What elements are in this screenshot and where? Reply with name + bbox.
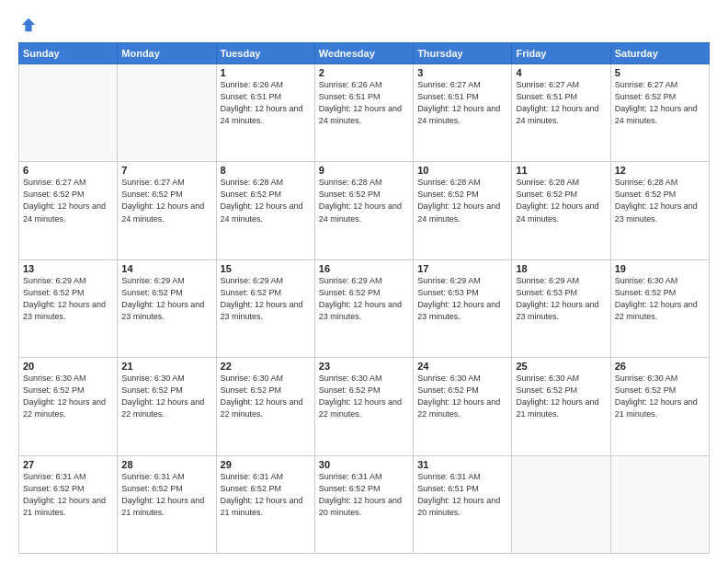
day-number: 14	[121, 263, 211, 274]
day-number: 26	[615, 361, 705, 372]
calendar-cell: 25Sunrise: 6:30 AM Sunset: 6:52 PM Dayli…	[512, 358, 610, 455]
day-number: 22	[221, 361, 311, 372]
calendar-cell: 3Sunrise: 6:27 AM Sunset: 6:51 PM Daylig…	[414, 64, 512, 162]
day-info: Sunrise: 6:28 AM Sunset: 6:52 PM Dayligh…	[615, 177, 705, 224]
calendar-cell: 17Sunrise: 6:29 AM Sunset: 6:53 PM Dayli…	[414, 259, 512, 357]
day-number: 12	[615, 165, 705, 176]
calendar-cell: 27Sunrise: 6:31 AM Sunset: 6:52 PM Dayli…	[19, 455, 118, 553]
calendar-header-thursday: Thursday	[414, 43, 512, 64]
calendar-cell: 2Sunrise: 6:26 AM Sunset: 6:51 PM Daylig…	[314, 64, 413, 162]
day-number: 6	[23, 165, 113, 176]
day-number: 9	[319, 165, 409, 176]
calendar-header-sunday: Sunday	[19, 43, 118, 64]
day-info: Sunrise: 6:29 AM Sunset: 6:52 PM Dayligh…	[121, 275, 211, 323]
day-info: Sunrise: 6:29 AM Sunset: 6:53 PM Dayligh…	[516, 275, 606, 323]
calendar-week-2: 6Sunrise: 6:27 AM Sunset: 6:52 PM Daylig…	[19, 162, 710, 259]
calendar-cell: 14Sunrise: 6:29 AM Sunset: 6:52 PM Dayli…	[118, 259, 216, 357]
logo	[18, 17, 37, 33]
calendar-cell: 12Sunrise: 6:28 AM Sunset: 6:52 PM Dayli…	[610, 162, 709, 259]
day-number: 16	[319, 263, 409, 274]
day-info: Sunrise: 6:27 AM Sunset: 6:52 PM Dayligh…	[121, 177, 211, 224]
day-info: Sunrise: 6:29 AM Sunset: 6:52 PM Dayligh…	[23, 275, 113, 323]
day-number: 13	[23, 263, 113, 274]
day-info: Sunrise: 6:31 AM Sunset: 6:51 PM Dayligh…	[417, 471, 507, 519]
calendar-header-wednesday: Wednesday	[314, 43, 413, 64]
day-number: 2	[319, 67, 409, 78]
day-number: 27	[23, 459, 113, 470]
calendar-cell: 10Sunrise: 6:28 AM Sunset: 6:52 PM Dayli…	[414, 162, 512, 259]
day-info: Sunrise: 6:30 AM Sunset: 6:52 PM Dayligh…	[319, 373, 409, 420]
calendar-cell: 28Sunrise: 6:31 AM Sunset: 6:52 PM Dayli…	[118, 455, 216, 553]
day-info: Sunrise: 6:27 AM Sunset: 6:52 PM Dayligh…	[615, 79, 705, 127]
day-info: Sunrise: 6:31 AM Sunset: 6:52 PM Dayligh…	[319, 471, 409, 519]
day-number: 18	[516, 263, 606, 274]
calendar-cell: 6Sunrise: 6:27 AM Sunset: 6:52 PM Daylig…	[19, 162, 118, 259]
logo-icon	[20, 17, 37, 33]
day-info: Sunrise: 6:28 AM Sunset: 6:52 PM Dayligh…	[221, 177, 311, 224]
calendar-header-row: SundayMondayTuesdayWednesdayThursdayFrid…	[19, 43, 710, 64]
day-number: 28	[121, 459, 211, 470]
day-number: 20	[23, 361, 113, 372]
day-number: 24	[417, 361, 507, 372]
day-number: 4	[516, 67, 606, 78]
day-number: 30	[319, 459, 409, 470]
day-info: Sunrise: 6:27 AM Sunset: 6:52 PM Dayligh…	[23, 177, 113, 224]
calendar-cell: 31Sunrise: 6:31 AM Sunset: 6:51 PM Dayli…	[414, 455, 512, 553]
day-info: Sunrise: 6:31 AM Sunset: 6:52 PM Dayligh…	[121, 471, 211, 519]
day-info: Sunrise: 6:31 AM Sunset: 6:52 PM Dayligh…	[221, 471, 311, 519]
day-info: Sunrise: 6:27 AM Sunset: 6:51 PM Dayligh…	[516, 79, 606, 127]
calendar-cell: 23Sunrise: 6:30 AM Sunset: 6:52 PM Dayli…	[314, 358, 413, 455]
calendar-cell: 11Sunrise: 6:28 AM Sunset: 6:52 PM Dayli…	[512, 162, 610, 259]
day-number: 5	[615, 67, 705, 78]
day-number: 25	[516, 361, 606, 372]
calendar-cell	[610, 455, 709, 553]
calendar-week-5: 27Sunrise: 6:31 AM Sunset: 6:52 PM Dayli…	[19, 455, 710, 553]
calendar-cell: 7Sunrise: 6:27 AM Sunset: 6:52 PM Daylig…	[118, 162, 216, 259]
day-info: Sunrise: 6:29 AM Sunset: 6:52 PM Dayligh…	[319, 275, 409, 323]
day-info: Sunrise: 6:26 AM Sunset: 6:51 PM Dayligh…	[319, 79, 409, 127]
calendar-week-4: 20Sunrise: 6:30 AM Sunset: 6:52 PM Dayli…	[19, 358, 710, 455]
calendar-cell: 24Sunrise: 6:30 AM Sunset: 6:52 PM Dayli…	[414, 358, 512, 455]
calendar-cell: 26Sunrise: 6:30 AM Sunset: 6:52 PM Dayli…	[610, 358, 709, 455]
day-info: Sunrise: 6:28 AM Sunset: 6:52 PM Dayligh…	[516, 177, 606, 224]
calendar-cell: 8Sunrise: 6:28 AM Sunset: 6:52 PM Daylig…	[216, 162, 314, 259]
calendar-cell	[19, 64, 118, 162]
calendar-cell: 1Sunrise: 6:26 AM Sunset: 6:51 PM Daylig…	[216, 64, 314, 162]
calendar-cell: 9Sunrise: 6:28 AM Sunset: 6:52 PM Daylig…	[314, 162, 413, 259]
calendar-cell: 29Sunrise: 6:31 AM Sunset: 6:52 PM Dayli…	[216, 455, 314, 553]
calendar-cell: 13Sunrise: 6:29 AM Sunset: 6:52 PM Dayli…	[19, 259, 118, 357]
calendar-header-monday: Monday	[118, 43, 216, 64]
day-info: Sunrise: 6:29 AM Sunset: 6:53 PM Dayligh…	[417, 275, 507, 323]
day-number: 11	[516, 165, 606, 176]
calendar-week-3: 13Sunrise: 6:29 AM Sunset: 6:52 PM Dayli…	[19, 259, 710, 357]
day-number: 23	[319, 361, 409, 372]
day-info: Sunrise: 6:30 AM Sunset: 6:52 PM Dayligh…	[121, 373, 211, 420]
day-info: Sunrise: 6:28 AM Sunset: 6:52 PM Dayligh…	[319, 177, 409, 224]
day-number: 8	[221, 165, 311, 176]
calendar-cell: 20Sunrise: 6:30 AM Sunset: 6:52 PM Dayli…	[19, 358, 118, 455]
day-number: 17	[417, 263, 507, 274]
calendar-header-saturday: Saturday	[610, 43, 709, 64]
day-info: Sunrise: 6:30 AM Sunset: 6:52 PM Dayligh…	[23, 373, 113, 420]
day-number: 7	[121, 165, 211, 176]
calendar-cell: 15Sunrise: 6:29 AM Sunset: 6:52 PM Dayli…	[216, 259, 314, 357]
page: SundayMondayTuesdayWednesdayThursdayFrid…	[0, 0, 728, 563]
calendar-cell: 16Sunrise: 6:29 AM Sunset: 6:52 PM Dayli…	[314, 259, 413, 357]
calendar-header-friday: Friday	[512, 43, 610, 64]
calendar-cell: 5Sunrise: 6:27 AM Sunset: 6:52 PM Daylig…	[610, 64, 709, 162]
calendar-cell: 19Sunrise: 6:30 AM Sunset: 6:52 PM Dayli…	[610, 259, 709, 357]
calendar-cell: 22Sunrise: 6:30 AM Sunset: 6:52 PM Dayli…	[216, 358, 314, 455]
calendar-cell: 18Sunrise: 6:29 AM Sunset: 6:53 PM Dayli…	[512, 259, 610, 357]
calendar-cell: 21Sunrise: 6:30 AM Sunset: 6:52 PM Dayli…	[118, 358, 216, 455]
day-number: 15	[221, 263, 311, 274]
day-number: 31	[417, 459, 507, 470]
day-number: 10	[417, 165, 507, 176]
day-info: Sunrise: 6:27 AM Sunset: 6:51 PM Dayligh…	[417, 79, 507, 127]
day-number: 21	[121, 361, 211, 372]
day-info: Sunrise: 6:30 AM Sunset: 6:52 PM Dayligh…	[417, 373, 507, 420]
calendar-cell	[118, 64, 216, 162]
day-info: Sunrise: 6:31 AM Sunset: 6:52 PM Dayligh…	[23, 471, 113, 519]
day-info: Sunrise: 6:30 AM Sunset: 6:52 PM Dayligh…	[615, 275, 705, 323]
day-info: Sunrise: 6:28 AM Sunset: 6:52 PM Dayligh…	[417, 177, 507, 224]
day-info: Sunrise: 6:26 AM Sunset: 6:51 PM Dayligh…	[221, 79, 311, 127]
